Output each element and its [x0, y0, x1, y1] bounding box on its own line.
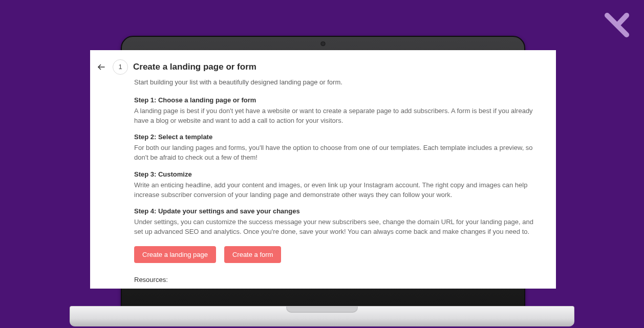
step-3-copy: Write an enticing headline, add your con…: [134, 181, 542, 200]
step-3-heading: Step 3: Customize: [134, 170, 542, 180]
resources-heading: Resources:: [134, 275, 542, 285]
step-4-heading: Step 4: Update your settings and save yo…: [134, 207, 542, 216]
create-landing-page-button[interactable]: Create a landing page: [134, 246, 216, 263]
cta-buttons: Create a landing page Create a form: [134, 246, 542, 263]
step-2: Step 2: Select a template For both our l…: [134, 133, 542, 163]
laptop-notch: [286, 307, 358, 313]
app-screen: 1 Create a landing page or form Start bu…: [90, 50, 556, 289]
step-number-badge: 1: [113, 59, 128, 75]
step-2-heading: Step 2: Select a template: [134, 133, 542, 142]
back-arrow-icon[interactable]: [95, 61, 108, 73]
step-2-copy: For both our landing pages and forms, yo…: [134, 143, 542, 163]
page-subtitle: Start building your list with a beautifu…: [134, 78, 542, 88]
step-4: Step 4: Update your settings and save yo…: [134, 207, 542, 237]
laptop-base: [70, 306, 574, 326]
page-title: Create a landing page or form: [133, 61, 256, 74]
brand-x-logo: [604, 12, 630, 38]
step-1-heading: Step 1: Choose a landing page or form: [134, 96, 542, 105]
step-4-copy: Under settings, you can customize the su…: [134, 217, 542, 237]
resource-link-0[interactable]: How to create a landing page: [147, 288, 234, 289]
step-1: Step 1: Choose a landing page or form A …: [134, 96, 542, 126]
create-form-button[interactable]: Create a form: [224, 246, 281, 263]
resource-item-0: How to create a landing page: [134, 288, 542, 289]
step-number: 1: [118, 62, 122, 72]
laptop-camera: [321, 41, 326, 46]
step-1-copy: A landing page is best if you don't yet …: [134, 106, 542, 126]
step-3: Step 3: Customize Write an enticing head…: [134, 170, 542, 200]
page-header: 1 Create a landing page or form: [95, 59, 545, 75]
